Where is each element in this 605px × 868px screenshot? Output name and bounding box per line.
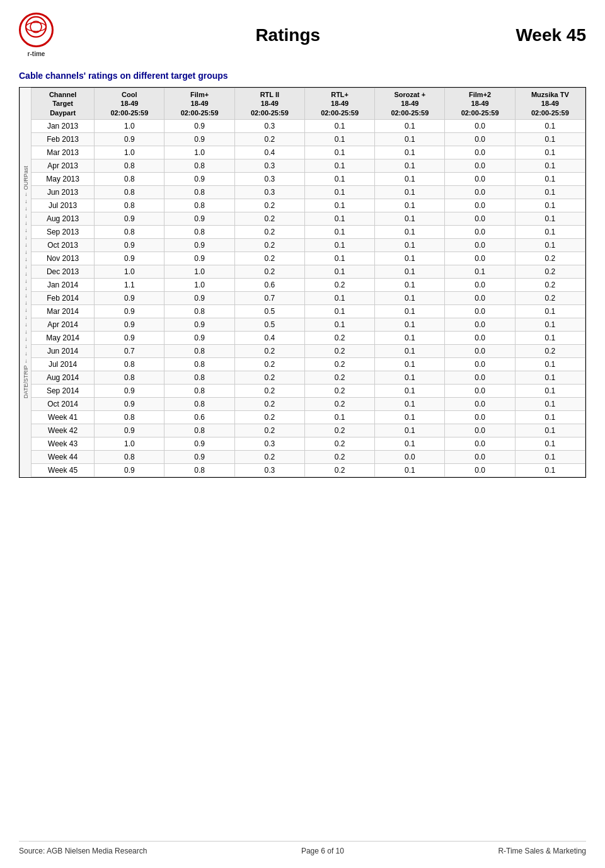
rtl-plus-cell: 0.1 <box>304 225 374 238</box>
muzsika-cell: 0.2 <box>515 291 585 304</box>
film2-cell: 0.0 <box>445 331 515 344</box>
rtl2-cell: 0.2 <box>234 410 304 424</box>
period-cell: Week 43 <box>32 437 95 450</box>
rtl-plus-cell: 0.2 <box>304 371 374 384</box>
rtl2-cell: 0.3 <box>234 172 304 185</box>
cool-cell: 1.0 <box>95 265 164 278</box>
film-plus-cell: 1.0 <box>164 146 234 159</box>
table-row: Oct 2014 0.9 0.8 0.2 0.2 0.1 0.0 0.1 <box>32 397 585 410</box>
table-row: Nov 2013 0.9 0.9 0.2 0.1 0.1 0.0 0.2 <box>32 252 585 265</box>
period-cell: May 2014 <box>32 331 95 344</box>
col-header-film2: Film+218-4902:00-25:59 <box>445 88 515 120</box>
rtl2-cell: 0.2 <box>234 265 304 278</box>
film-plus-cell: 0.8 <box>164 424 234 437</box>
table-row: Apr 2013 0.8 0.8 0.3 0.1 0.1 0.0 0.1 <box>32 159 585 172</box>
sorozat-cell: 0.1 <box>375 291 445 304</box>
table-row: Feb 2014 0.9 0.9 0.7 0.1 0.1 0.0 0.2 <box>32 291 585 304</box>
rtl-plus-cell: 0.1 <box>304 119 374 132</box>
sorozat-cell: 0.1 <box>375 278 445 291</box>
film2-cell: 0.0 <box>445 450 515 463</box>
cool-cell: 0.9 <box>95 318 164 331</box>
film-plus-cell: 0.8 <box>164 185 234 199</box>
period-cell: Mar 2014 <box>32 304 95 318</box>
film2-cell: 0.0 <box>445 185 515 199</box>
rtl-plus-cell: 0.2 <box>304 278 374 291</box>
footer-page: Page 6 of 10 <box>301 847 344 855</box>
muzsika-cell: 0.1 <box>515 225 585 238</box>
table-row: Aug 2013 0.9 0.9 0.2 0.1 0.1 0.0 0.1 <box>32 212 585 225</box>
sorozat-cell: 0.1 <box>375 331 445 344</box>
film-plus-cell: 0.8 <box>164 371 234 384</box>
period-cell: May 2013 <box>32 172 95 185</box>
period-cell: Week 42 <box>32 424 95 437</box>
rtl-plus-cell: 0.1 <box>304 304 374 318</box>
svg-point-2 <box>26 22 46 31</box>
rtl2-cell: 0.2 <box>234 384 304 397</box>
film2-cell: 0.0 <box>445 371 515 384</box>
sorozat-cell: 0.1 <box>375 463 445 477</box>
cool-cell: 1.1 <box>95 278 164 291</box>
rtl-plus-cell: 0.2 <box>304 397 374 410</box>
period-cell: Mar 2013 <box>32 146 95 159</box>
sorozat-cell: 0.1 <box>375 212 445 225</box>
rtl-plus-cell: 0.1 <box>304 172 374 185</box>
cool-cell: 0.8 <box>95 199 164 212</box>
film-plus-cell: 0.8 <box>164 304 234 318</box>
period-cell: Jul 2013 <box>32 199 95 212</box>
sorozat-cell: 0.1 <box>375 304 445 318</box>
rtl2-cell: 0.4 <box>234 331 304 344</box>
cool-cell: 0.8 <box>95 159 164 172</box>
film-plus-cell: 0.9 <box>164 212 234 225</box>
period-cell: Oct 2014 <box>32 397 95 410</box>
muzsika-cell: 0.1 <box>515 318 585 331</box>
muzsika-cell: 0.1 <box>515 384 585 397</box>
rtl2-cell: 0.5 <box>234 318 304 331</box>
rtl-plus-cell: 0.1 <box>304 238 374 252</box>
film-plus-cell: 0.9 <box>164 238 234 252</box>
film2-cell: 0.0 <box>445 437 515 450</box>
film2-cell: 0.0 <box>445 146 515 159</box>
sorozat-cell: 0.1 <box>375 437 445 450</box>
rtl2-cell: 0.2 <box>234 199 304 212</box>
table-row: Jul 2013 0.8 0.8 0.2 0.1 0.1 0.0 0.1 <box>32 199 585 212</box>
sorozat-cell: 0.1 <box>375 344 445 357</box>
sorozat-cell: 0.1 <box>375 252 445 265</box>
period-cell: Jan 2014 <box>32 278 95 291</box>
rtl-plus-cell: 0.2 <box>304 357 374 371</box>
rtl-plus-cell: 0.2 <box>304 384 374 397</box>
film-plus-cell: 0.8 <box>164 344 234 357</box>
film2-cell: 0.0 <box>445 357 515 371</box>
cool-cell: 1.0 <box>95 146 164 159</box>
muzsika-cell: 0.1 <box>515 410 585 424</box>
sorozat-cell: 0.1 <box>375 397 445 410</box>
film2-cell: 0.0 <box>445 252 515 265</box>
film2-cell: 0.0 <box>445 225 515 238</box>
muzsika-cell: 0.1 <box>515 132 585 146</box>
cool-cell: 0.9 <box>95 132 164 146</box>
sorozat-cell: 0.1 <box>375 199 445 212</box>
film2-cell: 0.1 <box>445 265 515 278</box>
sorozat-cell: 0.1 <box>375 265 445 278</box>
film-plus-cell: 0.8 <box>164 357 234 371</box>
muzsika-cell: 0.1 <box>515 212 585 225</box>
col-header-cool: Cool18-4902:00-25:59 <box>95 88 164 120</box>
logo-text: r-time <box>28 50 45 58</box>
film-plus-cell: 1.0 <box>164 278 234 291</box>
table-row: Week 43 1.0 0.9 0.3 0.2 0.1 0.0 0.1 <box>32 437 585 450</box>
sorozat-cell: 0.1 <box>375 424 445 437</box>
film-plus-cell: 0.9 <box>164 291 234 304</box>
cool-cell: 0.9 <box>95 397 164 410</box>
muzsika-cell: 0.1 <box>515 424 585 437</box>
muzsika-cell: 0.2 <box>515 265 585 278</box>
cool-cell: 0.8 <box>95 410 164 424</box>
rtl-plus-cell: 0.2 <box>304 424 374 437</box>
muzsika-cell: 0.1 <box>515 371 585 384</box>
film-plus-cell: 0.9 <box>164 318 234 331</box>
film-plus-cell: 0.9 <box>164 252 234 265</box>
col-header-rtl-plus: RTL+18-4902:00-25:59 <box>304 88 374 120</box>
film2-cell: 0.0 <box>445 132 515 146</box>
sorozat-cell: 0.1 <box>375 371 445 384</box>
film2-cell: 0.0 <box>445 212 515 225</box>
rtl2-cell: 0.2 <box>234 252 304 265</box>
film2-cell: 0.0 <box>445 344 515 357</box>
